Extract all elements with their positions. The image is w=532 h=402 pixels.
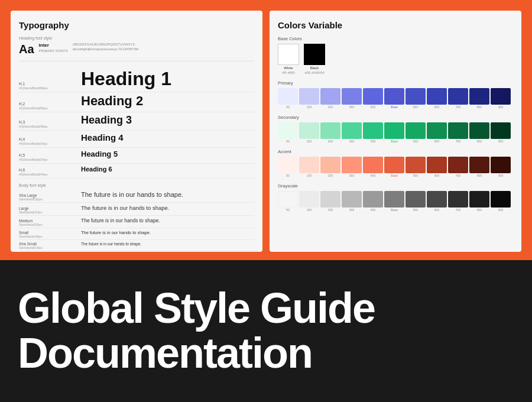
body-row-m: Medium Semibold/20px The future is in ou…: [19, 216, 254, 228]
acc-300: 300: [342, 157, 362, 177]
swatch-a900: [491, 157, 511, 173]
body-m-text: The future is in our hands to shape.: [81, 218, 160, 223]
heading-row-h1: H,1 #1|SemiBold|96px Heading 1: [19, 67, 254, 92]
heading-tag-h2: H,2: [19, 102, 75, 106]
font-sample-row: Aa Inter PRIMARY FONTS ABCDEFGHIJKLMNOPQ…: [19, 43, 254, 61]
swatch-s300: [342, 122, 362, 139]
body-rows: Xtra Large Semibold/32px The future is i…: [19, 190, 254, 252]
swatch-s50: [278, 122, 298, 139]
bottom-title-line2: Documentation: [18, 329, 312, 377]
secondary-scale-row: 50 100 200 300 400 Base 500 600 700 800 …: [278, 122, 513, 143]
heading-tag-h5: H,5: [19, 153, 75, 157]
base-color-black: Black #0D #040404: [304, 44, 325, 74]
acc-700: 700: [448, 157, 468, 177]
body-xl-text: The future is in our hands to shape.: [81, 191, 183, 198]
swatch-p100: [299, 88, 319, 105]
base-colors-label: Base Colors: [278, 36, 513, 41]
heading-row-h3: H,3 #3|SemiBold|48px Heading 3: [19, 113, 254, 131]
acc-100: 100: [299, 157, 319, 177]
body-meta-xs: Xtra Small Semibold/14px: [19, 242, 75, 249]
accent-label: Accent: [278, 149, 513, 154]
body-font-label: Body font style: [19, 183, 254, 187]
swatch-a200: [320, 157, 340, 173]
heading-text-h6: Heading 6: [81, 166, 112, 173]
white-swatch: [278, 44, 299, 65]
body-meta-l: Large Semibold/24px: [19, 206, 75, 214]
body-row-xs: Xtra Small Semibold/14px The future is i…: [19, 241, 254, 251]
sec-400: 400: [363, 122, 383, 143]
heading-font-label: Heading font style: [19, 36, 254, 40]
heading-row-h5: H,5 #5|SemiBold|24px Heading 5: [19, 148, 254, 164]
swatch-g200: [320, 191, 340, 208]
heading-row-h4: H,4 #4|SemiBold|34px Heading 4: [19, 131, 254, 148]
swatch-g300: [342, 191, 362, 208]
swatch-a600: [427, 157, 447, 173]
swatch-gbase: [384, 191, 404, 208]
body-row-l: Large Semibold/24px The future is in our…: [19, 203, 254, 216]
heading-meta-h4: H,4 #4|SemiBold|34px: [19, 137, 75, 145]
acc-base: Base: [384, 157, 404, 177]
sec-300: 300: [342, 122, 362, 143]
sec-100: 100: [299, 122, 319, 143]
swatch-a800: [469, 157, 489, 173]
primary-700: 700: [448, 88, 468, 109]
sec-50: 50: [278, 122, 298, 143]
body-row-xl: Xtra Large Semibold/32px The future is i…: [19, 190, 254, 203]
gray-800: 800: [469, 191, 489, 212]
swatch-p900: [491, 88, 511, 105]
heading-tag-h1: H,1: [19, 82, 75, 86]
gray-600: 600: [427, 191, 447, 212]
heading-meta-h2: H,2 #2|SemiBold|60px: [19, 102, 75, 110]
body-meta-m: Medium Semibold/20px: [19, 219, 75, 226]
black-swatch: [304, 44, 325, 65]
font-info: Inter PRIMARY FONTS: [39, 43, 68, 53]
swatch-sbase: [384, 122, 404, 139]
swatch-p400: [363, 88, 383, 105]
swatch-p300: [342, 88, 362, 105]
swatch-p700: [448, 88, 468, 105]
primary-50: 50: [278, 88, 298, 109]
gray-500: 500: [406, 191, 426, 212]
primary-500: 500: [406, 88, 426, 109]
heading-spec-h1: #1|SemiBold|96px: [19, 86, 75, 90]
primary-900: 900: [491, 88, 511, 109]
primary-300: 300: [342, 88, 362, 109]
heading-rows: H,1 #1|SemiBold|96px Heading 1 H,2 #2|Se…: [19, 67, 254, 179]
swatch-g50: [278, 191, 298, 208]
swatch-g400: [363, 191, 383, 208]
accent-section: Accent 50 100 200 300 400 Base 500 600 7…: [278, 149, 513, 177]
gray-50: 50: [278, 191, 298, 212]
acc-200: 200: [320, 157, 340, 177]
sec-200: 200: [320, 122, 340, 143]
font-chars: ABCDEFGHIJKLMNOPQRSTUVWXYZ abcdefghijklm…: [73, 43, 144, 52]
primary-scale-row: 50 100 200 300 400: [278, 88, 513, 109]
heading-text-h3: Heading 3: [81, 115, 132, 125]
base-colors-section: Base Colors White #f5 #f5f5 Black #0D #0…: [278, 36, 513, 74]
gray-base: Base: [384, 191, 404, 212]
heading-text-h4: Heading 4: [81, 133, 124, 142]
grayscale-label: Grayscale: [278, 183, 513, 189]
swatch-p600: [427, 88, 447, 105]
grayscale-section: Grayscale 50 100 200 300 400 Base 500 60…: [278, 183, 513, 212]
colors-panel: Colors Variable Base Colors White #f5 #f…: [270, 11, 521, 252]
swatch-a400: [363, 157, 383, 173]
primary-section: Primary 50 100 200 300: [278, 80, 513, 109]
body-l-text: The future is in our hands to shape.: [81, 205, 169, 211]
heading-spec-h4: #4|SemiBold|34px: [19, 142, 75, 145]
body-s-text: The future is in our hands to shape.: [81, 230, 151, 235]
heading-text-h5: Heading 5: [81, 150, 118, 158]
gray-700: 700: [448, 191, 468, 212]
swatch-a500: [406, 157, 426, 173]
body-xs-text: The future is in our hands to shape.: [81, 242, 141, 246]
heading-spec-h2: #2|SemiBold|60px: [19, 106, 75, 110]
heading-text-h2: Heading 2: [81, 95, 143, 108]
swatch-g700: [448, 191, 468, 208]
swatch-s600: [427, 122, 447, 139]
primary-200: 200: [320, 88, 340, 109]
swatch-pbase: [384, 88, 404, 105]
swatch-s900: [491, 122, 511, 139]
swatch-s700: [448, 122, 468, 139]
heading-spec-h6: #6|SemiBold|44px: [19, 173, 75, 176]
heading-meta-h5: H,5 #5|SemiBold|24px: [19, 153, 75, 161]
primary-label: Primary: [278, 80, 513, 86]
